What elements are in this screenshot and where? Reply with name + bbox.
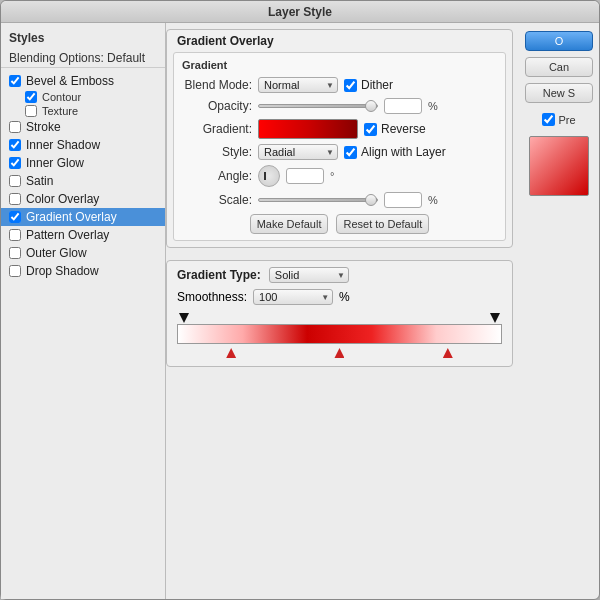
sidebar-item-gradient-overlay[interactable]: Gradient Overlay	[1, 208, 165, 226]
dither-checkbox[interactable]	[344, 79, 357, 92]
style-select[interactable]: Radial Linear Angle Reflected Diamond	[258, 144, 338, 160]
dither-label[interactable]: Dither	[344, 78, 393, 92]
smoothness-unit: %	[339, 290, 350, 304]
preview-checkbox-label[interactable]: Pre	[525, 113, 593, 126]
stop-marker-bottom-1[interactable]	[226, 348, 236, 358]
label-outer-glow: Outer Glow	[26, 246, 87, 260]
angle-dial[interactable]	[258, 165, 280, 187]
gradient-inner: Gradient Blend Mode: Normal Multiply Scr…	[173, 52, 506, 241]
stop-marker-bottom-2[interactable]	[334, 348, 344, 358]
checkbox-bevel-emboss[interactable]	[9, 75, 21, 87]
blending-options[interactable]: Blending Options: Default	[1, 49, 165, 68]
left-panel: Styles Blending Options: Default Bevel &…	[1, 23, 166, 599]
label-inner-shadow: Inner Shadow	[26, 138, 100, 152]
blend-mode-select-wrap[interactable]: Normal Multiply Screen	[258, 77, 338, 93]
gradient-bar-container[interactable]	[177, 324, 502, 344]
action-buttons: Make Default Reset to Default	[182, 214, 497, 234]
blend-mode-row: Blend Mode: Normal Multiply Screen	[182, 77, 497, 93]
label-inner-glow: Inner Glow	[26, 156, 84, 170]
top-stop-markers	[177, 313, 502, 323]
checkbox-contour[interactable]	[25, 91, 37, 103]
sidebar-item-bevel-emboss[interactable]: Bevel & Emboss	[1, 72, 165, 90]
label-bevel-emboss: Bevel & Emboss	[26, 74, 114, 88]
gradient-bar	[178, 325, 501, 343]
scale-row: Scale: 150 %	[182, 192, 497, 208]
checkbox-stroke[interactable]	[9, 121, 21, 133]
sidebar-item-satin[interactable]: Satin	[1, 172, 165, 190]
sidebar-item-outer-glow[interactable]: Outer Glow	[1, 244, 165, 262]
reverse-label[interactable]: Reverse	[364, 122, 426, 136]
gradient-type-header: Gradient Type: Solid Noise	[177, 267, 502, 283]
stop-marker-bottom-3[interactable]	[443, 348, 453, 358]
new-style-button[interactable]: New S	[525, 83, 593, 103]
label-contour: Contour	[42, 91, 81, 103]
blend-mode-label: Blend Mode:	[182, 78, 252, 92]
window-body: Styles Blending Options: Default Bevel &…	[1, 23, 599, 599]
smoothness-select-wrap[interactable]: 100 75 50 25	[253, 289, 333, 305]
scale-slider[interactable]	[258, 198, 378, 202]
layer-style-window: Layer Style Styles Blending Options: Def…	[0, 0, 600, 600]
style-row: Style: Radial Linear Angle Reflected Dia…	[182, 144, 497, 160]
checkbox-texture[interactable]	[25, 105, 37, 117]
angle-input[interactable]: 90	[286, 168, 324, 184]
checkbox-inner-shadow[interactable]	[9, 139, 21, 151]
opacity-label: Opacity:	[182, 99, 252, 113]
checkbox-inner-glow[interactable]	[9, 157, 21, 169]
ok-button[interactable]: O	[525, 31, 593, 51]
gradient-type-select[interactable]: Solid Noise	[269, 267, 349, 283]
sidebar-item-inner-shadow[interactable]: Inner Shadow	[1, 136, 165, 154]
angle-row: Angle: 90 °	[182, 165, 497, 187]
style-select-wrap[interactable]: Radial Linear Angle Reflected Diamond	[258, 144, 338, 160]
sidebar-item-pattern-overlay[interactable]: Pattern Overlay	[1, 226, 165, 244]
content-with-right: Gradient Overlay Gradient Blend Mode: No…	[166, 23, 599, 599]
checkbox-gradient-overlay[interactable]	[9, 211, 21, 223]
reverse-checkbox[interactable]	[364, 123, 377, 136]
angle-label: Angle:	[182, 169, 252, 183]
sidebar-item-contour[interactable]: Contour	[1, 90, 165, 104]
stop-marker-top-left[interactable]	[179, 313, 189, 323]
gradient-row: Gradient: Reverse	[182, 119, 497, 139]
align-layer-label[interactable]: Align with Layer	[344, 145, 446, 159]
label-color-overlay: Color Overlay	[26, 192, 99, 206]
gradient-overlay-title: Gradient Overlay	[167, 30, 512, 52]
blend-mode-select[interactable]: Normal Multiply Screen	[258, 77, 338, 93]
scale-unit: %	[428, 194, 438, 206]
gradient-inner-title: Gradient	[182, 59, 497, 71]
window-title: Layer Style	[268, 5, 332, 19]
gradient-label: Gradient:	[182, 122, 252, 136]
titlebar: Layer Style	[1, 1, 599, 23]
opacity-slider[interactable]	[258, 104, 378, 108]
preview-checkbox[interactable]	[542, 113, 555, 126]
label-pattern-overlay: Pattern Overlay	[26, 228, 109, 242]
sidebar-item-color-overlay[interactable]: Color Overlay	[1, 190, 165, 208]
sidebar-items-container: Bevel & EmbossContourTextureStrokeInner …	[1, 72, 165, 280]
gradient-overlay-panel: Gradient Overlay Gradient Blend Mode: No…	[166, 29, 513, 248]
smoothness-select[interactable]: 100 75 50 25	[253, 289, 333, 305]
checkbox-drop-shadow[interactable]	[9, 265, 21, 277]
cancel-button[interactable]: Can	[525, 57, 593, 77]
opacity-unit: %	[428, 100, 438, 112]
sidebar-item-texture[interactable]: Texture	[1, 104, 165, 118]
make-default-button[interactable]: Make Default	[250, 214, 329, 234]
opacity-input[interactable]: 100	[384, 98, 422, 114]
scale-input[interactable]: 150	[384, 192, 422, 208]
checkbox-pattern-overlay[interactable]	[9, 229, 21, 241]
checkbox-outer-glow[interactable]	[9, 247, 21, 259]
checkbox-satin[interactable]	[9, 175, 21, 187]
checkbox-color-overlay[interactable]	[9, 193, 21, 205]
gradient-type-title: Gradient Type:	[177, 268, 261, 282]
reset-to-default-button[interactable]: Reset to Default	[336, 214, 429, 234]
styles-header: Styles	[1, 29, 165, 49]
stop-marker-top-right[interactable]	[490, 313, 500, 323]
gradient-type-select-wrap[interactable]: Solid Noise	[269, 267, 349, 283]
sidebar-item-inner-glow[interactable]: Inner Glow	[1, 154, 165, 172]
sidebar-item-drop-shadow[interactable]: Drop Shadow	[1, 262, 165, 280]
preview-box	[529, 136, 589, 196]
label-texture: Texture	[42, 105, 78, 117]
gradient-preview[interactable]	[258, 119, 358, 139]
style-label: Style:	[182, 145, 252, 159]
gradient-type-panel: Gradient Type: Solid Noise Smoothness:	[166, 260, 513, 367]
sidebar-item-stroke[interactable]: Stroke	[1, 118, 165, 136]
align-layer-checkbox[interactable]	[344, 146, 357, 159]
scale-label: Scale:	[182, 193, 252, 207]
